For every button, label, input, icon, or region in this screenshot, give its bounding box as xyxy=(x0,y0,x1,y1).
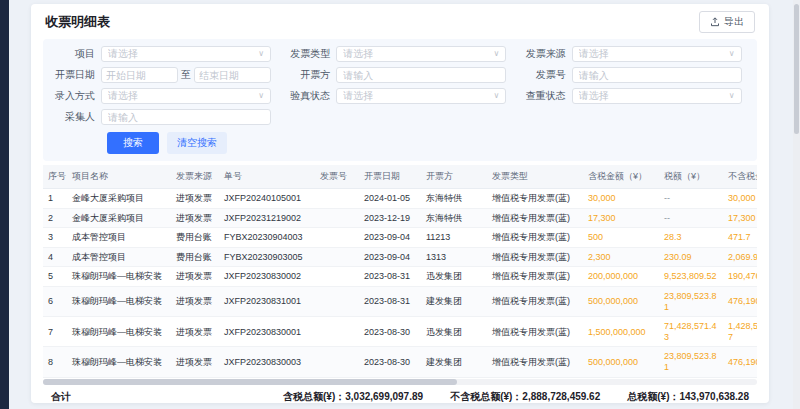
search-button[interactable]: 搜索 xyxy=(107,132,159,154)
invoice-type-select[interactable]: 请选择 ∨ xyxy=(336,46,506,62)
table-row[interactable]: 5珠穆朗玛峰—电梯安装进项发票JXFP202308300022023-08-31… xyxy=(43,267,757,287)
cell-index: 3 xyxy=(43,228,67,248)
entry-method-label: 录入方式 xyxy=(43,89,101,103)
cell-type: 增值税专用发票(蓝) xyxy=(487,267,583,287)
column-header: 开票方 xyxy=(421,165,487,189)
cell-project: 金峰大厦采购项目 xyxy=(67,208,171,228)
cell-project: 珠穆朗玛峰—电梯安装 xyxy=(67,267,171,287)
invoice-date-range: 至 xyxy=(101,67,271,83)
cell-invoice-no xyxy=(315,287,359,317)
table-body: 1金峰大厦采购项目进项发票JXFP202401050012024-01-05东海… xyxy=(43,189,757,378)
cell-amount: 30,000 xyxy=(583,189,659,209)
table-row[interactable]: 1金峰大厦采购项目进项发票JXFP202401050012024-01-05东海… xyxy=(43,189,757,209)
cell-invoice-no xyxy=(315,267,359,287)
project-select-placeholder: 请选择 xyxy=(108,47,258,61)
cell-net: 190,476,190.48 xyxy=(723,267,757,287)
cell-order-no: JXFP20230830001 xyxy=(219,317,315,347)
invoice-date-label: 开票日期 xyxy=(43,68,101,82)
cell-source: 进项发票 xyxy=(171,347,219,377)
filter-actions: 搜索 清空搜索 xyxy=(107,132,749,154)
cell-type: 增值税专用发票(蓝) xyxy=(487,208,583,228)
cell-date: 2023-09-04 xyxy=(359,228,421,248)
cell-project: 珠穆朗玛峰—电梯安装 xyxy=(67,347,171,377)
chevron-down-icon: ∨ xyxy=(493,92,499,100)
cell-date: 2023-12-19 xyxy=(359,208,421,228)
table-row[interactable]: 2金峰大厦采购项目进项发票JXFP202312190022023-12-19东海… xyxy=(43,208,757,228)
cell-amount: 17,300 xyxy=(583,208,659,228)
cell-date: 2023-08-30 xyxy=(359,317,421,347)
table-row[interactable]: 7珠穆朗玛峰—电梯安装进项发票JXFP202308300012023-08-30… xyxy=(43,317,757,347)
export-icon xyxy=(710,17,720,27)
collector-label: 采集人 xyxy=(43,110,101,124)
cell-type: 增值税专用发票(蓝) xyxy=(487,189,583,209)
cell-amount: 500,000,000 xyxy=(583,347,659,377)
cell-type: 增值税专用发票(蓝) xyxy=(487,228,583,248)
cell-issuer: 迅发集团 xyxy=(421,267,487,287)
table-row[interactable]: 8珠穆朗玛峰—电梯安装进项发票JXFP202308300032023-08-30… xyxy=(43,347,757,377)
column-header: 含税金额（¥） xyxy=(583,165,659,189)
table-row[interactable]: 6珠穆朗玛峰—电梯安装进项发票JXFP202308310012023-08-31… xyxy=(43,287,757,317)
cell-tax: 23,809,523.81 xyxy=(659,347,723,377)
export-button-label: 导出 xyxy=(724,15,744,29)
verify-status-label: 验真状态 xyxy=(278,89,336,103)
horizontal-scrollbar xyxy=(43,379,757,385)
cell-tax: 230.09 xyxy=(659,247,723,267)
cell-invoice-no xyxy=(315,317,359,347)
cell-net: 476,190,476.19 xyxy=(723,287,757,317)
cell-tax: 71,428,571.43 xyxy=(659,317,723,347)
entry-method-select[interactable]: 请选择 ∨ xyxy=(101,88,271,104)
cell-order-no: JXFP20230830003 xyxy=(219,347,315,377)
cell-tax: -- xyxy=(659,189,723,209)
issuer-input[interactable] xyxy=(336,67,506,83)
cell-order-no: FYBX20230904003 xyxy=(219,228,315,248)
clear-search-button[interactable]: 清空搜索 xyxy=(167,132,227,154)
dup-status-select[interactable]: 请选择 ∨ xyxy=(572,88,742,104)
invoice-no-input[interactable] xyxy=(572,67,742,83)
cell-tax: 28.3 xyxy=(659,228,723,248)
invoice-table-wrap: 序号项目名称发票来源单号发票号开票日期开票方发票类型含税金额（¥）税额（¥）不含… xyxy=(43,165,757,378)
cell-invoice-no xyxy=(315,189,359,209)
cell-source: 费用台账 xyxy=(171,247,219,267)
cell-date: 2023-08-31 xyxy=(359,287,421,317)
column-header: 发票类型 xyxy=(487,165,583,189)
cell-issuer: 东海特供 xyxy=(421,189,487,209)
cell-issuer: 建发集团 xyxy=(421,347,487,377)
cell-invoice-no xyxy=(315,228,359,248)
summary-row: 合计 含税总额(¥)：3,032,699,097.89 不含税总额(¥)：2,8… xyxy=(43,387,757,403)
cell-index: 6 xyxy=(43,287,67,317)
cell-amount: 200,000,000 xyxy=(583,267,659,287)
dup-status-label: 查重状态 xyxy=(514,89,572,103)
collector-input[interactable] xyxy=(101,109,271,125)
cell-source: 进项发票 xyxy=(171,317,219,347)
cell-type: 增值税专用发票(蓝) xyxy=(487,347,583,377)
invoice-source-select[interactable]: 请选择 ∨ xyxy=(572,46,742,62)
horizontal-scrollbar-thumb[interactable] xyxy=(43,379,457,385)
cell-source: 费用台账 xyxy=(171,228,219,248)
cell-order-no: FYBX20230903005 xyxy=(219,247,315,267)
vertical-scrollbar-thumb[interactable] xyxy=(794,4,799,134)
table-header-row: 序号项目名称发票来源单号发票号开票日期开票方发票类型含税金额（¥）税额（¥）不含… xyxy=(43,165,757,189)
cell-date: 2023-08-30 xyxy=(359,347,421,377)
cell-amount: 1,500,000,000 xyxy=(583,317,659,347)
invoice-type-label: 发票类型 xyxy=(278,47,336,61)
date-start-input[interactable] xyxy=(101,67,178,83)
project-select[interactable]: 请选择 ∨ xyxy=(101,46,271,62)
date-end-input[interactable] xyxy=(194,67,271,83)
invoice-detail-card: 收票明细表 导出 项目 请选择 ∨ 发票类型 请选择 ∨ xyxy=(31,4,769,403)
table-row[interactable]: 4成本管控项目费用台账FYBX202309030052023-09-041313… xyxy=(43,247,757,267)
cell-index: 1 xyxy=(43,189,67,209)
cell-type: 增值税专用发票(蓝) xyxy=(487,317,583,347)
chevron-down-icon: ∨ xyxy=(729,92,735,100)
card-header: 收票明细表 导出 xyxy=(31,4,769,36)
cell-index: 4 xyxy=(43,247,67,267)
export-button[interactable]: 导出 xyxy=(699,11,755,33)
cell-date: 2023-08-31 xyxy=(359,267,421,287)
cell-date: 2024-01-05 xyxy=(359,189,421,209)
cell-index: 8 xyxy=(43,347,67,377)
project-label: 项目 xyxy=(43,47,101,61)
cell-tax: 9,523,809.52 xyxy=(659,267,723,287)
verify-status-select[interactable]: 请选择 ∨ xyxy=(336,88,506,104)
table-row[interactable]: 3成本管控项目费用台账FYBX202309040032023-09-041121… xyxy=(43,228,757,248)
cell-source: 进项发票 xyxy=(171,267,219,287)
cell-source: 进项发票 xyxy=(171,287,219,317)
